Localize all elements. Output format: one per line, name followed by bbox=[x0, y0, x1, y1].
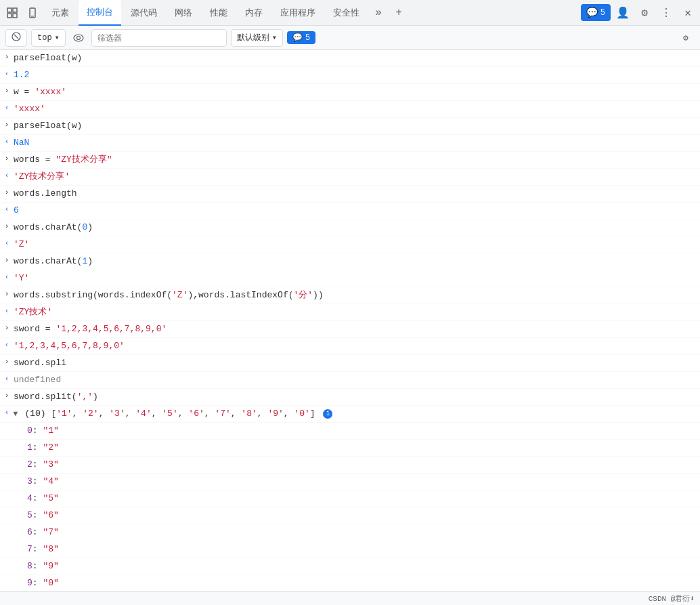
tab-console[interactable]: 控制台 bbox=[79, 0, 121, 26]
array-item-5: 5: "6" bbox=[0, 507, 700, 524]
input-arrow: › bbox=[0, 221, 14, 230]
line-text: words.substring(words.indexOf('Z'),words… bbox=[14, 289, 695, 302]
line-text: words.length bbox=[14, 187, 695, 201]
array-item-1: 1: "2" bbox=[0, 440, 700, 457]
console-line: › sword.spli bbox=[0, 355, 700, 372]
output-arrow: ‹ bbox=[0, 373, 14, 383]
console-line: › sword = '1,2,3,4,5,6,7,8,9,0' bbox=[0, 321, 700, 338]
output-arrow: ‹ bbox=[0, 238, 14, 247]
log-level-selector[interactable]: 默认级别 ▾ bbox=[231, 29, 283, 47]
line-text: 6 bbox=[14, 204, 695, 217]
tab-performance[interactable]: 性能 bbox=[202, 0, 236, 26]
svg-rect-0 bbox=[7, 8, 12, 12]
console-line: ‹ undefined bbox=[0, 372, 700, 389]
array-item-0: 0: "1" bbox=[0, 423, 700, 440]
line-text: 'Z' bbox=[14, 238, 695, 251]
mobile-icon[interactable] bbox=[23, 3, 42, 22]
line-text: 'xxxx' bbox=[14, 102, 695, 116]
footer-bar: CSDN @君衍⬇ bbox=[0, 591, 700, 605]
input-arrow: › bbox=[0, 119, 14, 129]
console-line: ‹ 1.2 bbox=[0, 67, 700, 84]
context-selector[interactable]: top ▾ bbox=[31, 29, 66, 47]
console-line: ‹ 'ZY技术' bbox=[0, 304, 700, 321]
more-tabs-icon[interactable]: » bbox=[369, 3, 388, 22]
tab-memory[interactable]: 内存 bbox=[237, 0, 271, 26]
console-line: ‹ 'Y' bbox=[0, 270, 700, 287]
tab-security[interactable]: 安全性 bbox=[325, 0, 368, 26]
console-line: › words.length bbox=[0, 186, 700, 203]
console-line: › parseFloat(w) bbox=[0, 50, 700, 67]
array-item-text: 4: "5" bbox=[27, 492, 695, 505]
console-toolbar: top ▾ 默认级别 ▾ 💬 5 ⚙ bbox=[0, 26, 700, 50]
console-line: › w = 'xxxx' bbox=[0, 84, 700, 101]
line-text: 1.2 bbox=[14, 68, 695, 82]
filter-input[interactable] bbox=[91, 29, 227, 47]
inspect-icon[interactable] bbox=[3, 3, 22, 22]
svg-rect-2 bbox=[7, 14, 12, 18]
svg-point-9 bbox=[76, 36, 80, 39]
more-options-icon[interactable]: ⋮ bbox=[657, 3, 676, 22]
settings-tab-icon[interactable]: ⚙ bbox=[635, 3, 654, 22]
level-dropdown-icon: ▾ bbox=[272, 33, 277, 43]
console-line: › words = "ZY技术分享" bbox=[0, 152, 700, 169]
line-text: w = 'xxxx' bbox=[14, 85, 695, 99]
input-arrow: › bbox=[0, 187, 14, 196]
line-text: sword.split(',') bbox=[14, 390, 695, 404]
output-arrow: ‹ bbox=[0, 102, 14, 112]
console-line: ‹ 'ZY技术分享' bbox=[0, 169, 700, 186]
array-item-6: 6: "7" bbox=[0, 524, 700, 541]
eye-filter-icon[interactable] bbox=[70, 29, 87, 47]
console-line: ‹ 'xxxx' bbox=[0, 101, 700, 118]
array-item-8: 8: "9" bbox=[0, 558, 700, 575]
array-item-3: 3: "4" bbox=[0, 474, 700, 491]
tab-application[interactable]: 应用程序 bbox=[272, 0, 324, 26]
svg-rect-1 bbox=[13, 8, 17, 12]
console-line: ‹ NaN bbox=[0, 135, 700, 152]
array-item-2: 2: "3" bbox=[0, 457, 700, 474]
tab-actions: 💬 5 👤 ⚙ ⋮ ✕ bbox=[581, 3, 697, 22]
array-item-7: 7: "8" bbox=[0, 541, 700, 558]
output-arrow: ‹ bbox=[0, 339, 14, 349]
array-item-text: 3: "4" bbox=[27, 475, 695, 488]
dropdown-arrow-icon: ▾ bbox=[55, 33, 60, 43]
add-tab-icon[interactable]: + bbox=[389, 3, 408, 22]
array-item-9: 9: "0" bbox=[0, 575, 700, 591]
tab-network[interactable]: 网络 bbox=[167, 0, 200, 26]
close-devtools-icon[interactable]: ✕ bbox=[678, 3, 697, 22]
line-text: '1,2,3,4,5,6,7,8,9,0' bbox=[14, 339, 695, 353]
array-info-icon[interactable]: i bbox=[323, 409, 332, 419]
line-text: NaN bbox=[14, 136, 695, 150]
console-settings-icon[interactable]: ⚙ bbox=[677, 29, 695, 47]
line-text: 'Y' bbox=[14, 272, 695, 285]
console-line: ‹ 'Z' bbox=[0, 236, 700, 253]
clear-console-button[interactable] bbox=[5, 29, 27, 47]
tab-sources[interactable]: 源代码 bbox=[123, 0, 165, 26]
svg-line-7 bbox=[14, 35, 18, 39]
line-text: words.charAt(1) bbox=[14, 255, 695, 268]
output-arrow: ‹ bbox=[0, 204, 14, 213]
console-line: › parseFloat(w) bbox=[0, 118, 700, 135]
console-line: › words.charAt(0) bbox=[0, 220, 700, 236]
input-arrow: › bbox=[0, 322, 14, 332]
array-item-text: 8: "9" bbox=[27, 560, 695, 573]
output-arrow: ‹ bbox=[0, 170, 14, 180]
console-output-area[interactable]: › parseFloat(w) ‹ 1.2 › w = 'xxxx' ‹ 'xx… bbox=[0, 50, 700, 591]
clear-icon bbox=[12, 32, 21, 44]
input-arrow: › bbox=[0, 85, 14, 95]
issues-badge[interactable]: 💬 5 bbox=[287, 31, 315, 44]
output-arrow: ‹ bbox=[0, 272, 14, 281]
profile-icon[interactable]: 👤 bbox=[613, 3, 632, 22]
line-text: undefined bbox=[14, 373, 695, 387]
input-arrow: › bbox=[0, 390, 14, 400]
array-item-text: 7: "8" bbox=[27, 543, 695, 556]
messages-badge[interactable]: 💬 5 bbox=[581, 4, 611, 21]
array-item-text: 5: "6" bbox=[27, 509, 695, 522]
array-header: ▶ (10) ['1', '2', '3', '4', '5', '6', '7… bbox=[14, 407, 695, 421]
tab-elements[interactable]: 元素 bbox=[43, 0, 77, 26]
array-item-text: 2: "3" bbox=[27, 458, 695, 472]
array-item-text: 1: "2" bbox=[27, 441, 695, 455]
expand-array-icon[interactable]: ▶ bbox=[9, 412, 22, 417]
input-arrow: › bbox=[0, 51, 14, 61]
console-line: › words.substring(words.indexOf('Z'),wor… bbox=[0, 287, 700, 304]
array-item-text: 0: "1" bbox=[27, 424, 695, 438]
